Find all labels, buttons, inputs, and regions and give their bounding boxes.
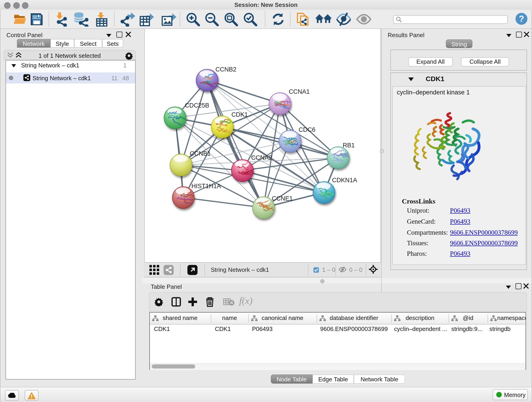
svg-text:CDC25B: CDC25B bbox=[185, 102, 209, 109]
svg-text:CDK1: CDK1 bbox=[231, 111, 248, 118]
svg-text:CCNA2: CCNA2 bbox=[251, 154, 272, 161]
svg-text:CCNE1: CCNE1 bbox=[272, 195, 293, 202]
svg-text:CDKN1A: CDKN1A bbox=[332, 177, 357, 184]
svg-text:?: ? bbox=[519, 14, 524, 24]
svg-text:CDC6: CDC6 bbox=[298, 126, 316, 133]
svg-text:CCNB2: CCNB2 bbox=[215, 66, 236, 73]
svg-text:CCNB1: CCNB1 bbox=[190, 150, 211, 157]
svg-text:CCNA1: CCNA1 bbox=[289, 88, 310, 95]
svg-text:RB1: RB1 bbox=[343, 142, 355, 149]
svg-text:HIST1H1A: HIST1H1A bbox=[191, 183, 221, 190]
